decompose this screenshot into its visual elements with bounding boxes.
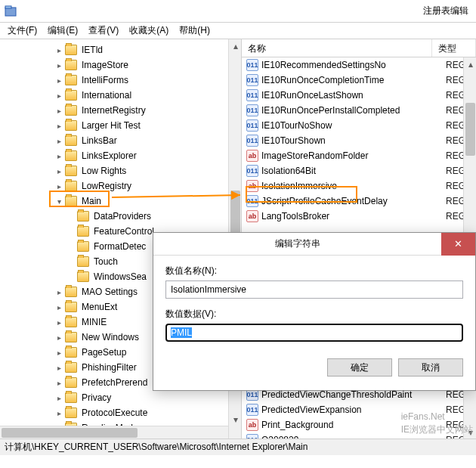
expander-icon[interactable]: ▸ <box>54 76 63 85</box>
tree-item[interactable]: ▸Privacy <box>0 390 241 405</box>
expander-icon[interactable]: ▸ <box>54 393 63 402</box>
folder-icon <box>65 135 77 146</box>
list-row[interactable]: abImageStoreRandomFolderREG <box>242 148 476 163</box>
dword-value-icon: 011 <box>246 404 258 416</box>
expander-icon[interactable] <box>66 227 76 236</box>
expander-icon[interactable] <box>66 242 76 251</box>
tree-item[interactable]: ▸International <box>0 88 241 103</box>
tree-label: Main <box>80 196 103 206</box>
tree-item[interactable]: ▸ImageStore <box>0 57 241 73</box>
expander-icon[interactable]: ▸ <box>54 121 63 130</box>
value-name: IE10TourNoShow <box>261 120 446 131</box>
list-row[interactable]: 011IE10RunOnceCompletionTimeREG <box>242 73 476 88</box>
menu-file[interactable]: 文件(F) <box>3 23 42 39</box>
list-row[interactable]: 011IE10TourNoShowREG <box>242 118 476 133</box>
list-row[interactable]: 011IE10RunOnceLastShownREG <box>242 88 476 103</box>
scroll-down-icon[interactable]: ▾ <box>229 413 242 426</box>
tree-scrollbar-h[interactable] <box>0 426 228 439</box>
list-row[interactable]: abLangToolsBrokerREG <box>242 209 476 224</box>
expander-icon[interactable]: ▾ <box>54 197 63 206</box>
value-name-input[interactable] <box>165 280 463 299</box>
col-name[interactable]: 名称 <box>242 39 432 57</box>
folder-icon <box>65 181 77 191</box>
list-header: 名称 类型 <box>242 39 476 57</box>
tree-label: MenuExt <box>80 302 119 312</box>
svg-rect-0 <box>5 8 16 16</box>
tree-item[interactable]: ▸LinksExplorer <box>0 148 241 163</box>
scroll-down-icon[interactable]: ▾ <box>464 426 476 439</box>
menu-view[interactable]: 查看(V) <box>84 23 123 39</box>
expander-icon[interactable] <box>66 272 76 281</box>
list-row[interactable]: abPrint_BackgroundREG <box>242 417 476 432</box>
tree-label: Privacy <box>80 392 113 403</box>
dialog-close-button[interactable]: ✕ <box>441 233 475 256</box>
tree-item[interactable]: ▸IETld <box>0 42 241 57</box>
folder-icon <box>77 226 89 237</box>
menu-edit[interactable]: 编辑(E) <box>43 23 82 39</box>
expander-icon[interactable]: ▸ <box>54 363 63 372</box>
expander-icon[interactable]: ▸ <box>54 333 63 342</box>
folder-icon <box>65 150 77 161</box>
expander-icon[interactable]: ▸ <box>54 378 63 387</box>
list-row[interactable]: 011JScriptProfileCacheEventDelayREG <box>242 194 476 209</box>
expander-icon[interactable]: ▸ <box>54 181 63 191</box>
menu-favorites[interactable]: 收藏夹(A) <box>125 23 173 39</box>
cancel-button[interactable]: 取消 <box>398 358 463 377</box>
dword-value-icon: 011 <box>246 195 258 207</box>
expander-icon[interactable]: ▸ <box>54 60 63 70</box>
tree-item[interactable]: DataProviders <box>0 209 241 224</box>
list-row[interactable]: 011IE10TourShownREG <box>242 133 476 148</box>
list-row[interactable]: 011IE10RunOncePerInstallCompletedREG <box>242 103 476 118</box>
menu-help[interactable]: 帮助(H) <box>175 23 215 39</box>
title-bar: 注册表编辑 <box>0 0 476 23</box>
expander-icon[interactable]: ▸ <box>54 348 63 357</box>
value-data-input[interactable] <box>165 324 463 342</box>
list-row[interactable]: 011Q300829REG <box>242 432 476 439</box>
scroll-thumb[interactable] <box>465 103 475 156</box>
string-value-icon: ab <box>246 180 258 192</box>
expander-icon[interactable]: ▸ <box>54 302 63 311</box>
expander-icon[interactable]: ▸ <box>54 136 63 145</box>
tree-item[interactable]: ▾Main <box>0 194 241 209</box>
expander-icon[interactable] <box>66 212 76 221</box>
tree-label: FormatDetec <box>92 241 147 252</box>
tree-item[interactable]: ▸LowRegistry <box>0 178 241 194</box>
expander-icon[interactable]: ▸ <box>54 45 63 54</box>
expander-icon[interactable]: ▸ <box>54 287 63 296</box>
folder-icon <box>65 332 77 342</box>
list-row[interactable]: 011Isolation64BitREG <box>242 163 476 178</box>
tree-item[interactable]: ▸InternetRegistry <box>0 103 241 118</box>
scroll-thumb-h[interactable] <box>2 428 138 438</box>
list-row[interactable]: abIsolationImmersiveREG <box>242 178 476 194</box>
expander-icon[interactable]: ▸ <box>54 408 63 417</box>
tree-item[interactable]: ▸Larger Hit Test <box>0 118 241 133</box>
tree-label: PageSetup <box>80 347 128 358</box>
value-name: PredictedViewExpansion <box>261 404 446 415</box>
expander-icon[interactable]: ▸ <box>54 166 63 175</box>
folder-icon <box>65 302 77 312</box>
dword-value-icon: 011 <box>246 165 258 177</box>
tree-item[interactable]: ▸IntelliForms <box>0 73 241 88</box>
expander-icon[interactable]: ▸ <box>54 106 63 115</box>
folder-icon <box>65 287 77 297</box>
list-row[interactable]: 011PredictedViewExpansionREG <box>242 402 476 417</box>
folder-icon <box>65 45 77 55</box>
tree-item[interactable]: ▸Low Rights <box>0 163 241 178</box>
scroll-up-icon[interactable]: ▴ <box>464 57 476 70</box>
tree-label: PhishingFilter <box>80 362 138 373</box>
dialog-title: 编辑字符串 <box>153 237 441 250</box>
dword-value-icon: 011 <box>246 135 258 147</box>
expander-icon[interactable]: ▸ <box>54 151 63 160</box>
value-name: IE10TourShown <box>261 135 446 146</box>
col-type[interactable]: 类型 <box>432 39 476 57</box>
ok-button[interactable]: 确定 <box>327 358 392 377</box>
tree-label: PrefetchPrerend <box>80 377 149 388</box>
list-row[interactable]: 011IE10RecommendedSettingsNoREG <box>242 57 476 73</box>
expander-icon[interactable] <box>66 257 76 266</box>
expander-icon[interactable]: ▸ <box>54 91 63 100</box>
tree-item[interactable]: ▸ProtocolExecute <box>0 405 241 420</box>
scroll-up-icon[interactable]: ▴ <box>229 39 242 52</box>
tree-item[interactable]: ▸LinksBar <box>0 133 241 148</box>
tree-label: ImageStore <box>80 60 130 70</box>
expander-icon[interactable]: ▸ <box>54 318 63 327</box>
